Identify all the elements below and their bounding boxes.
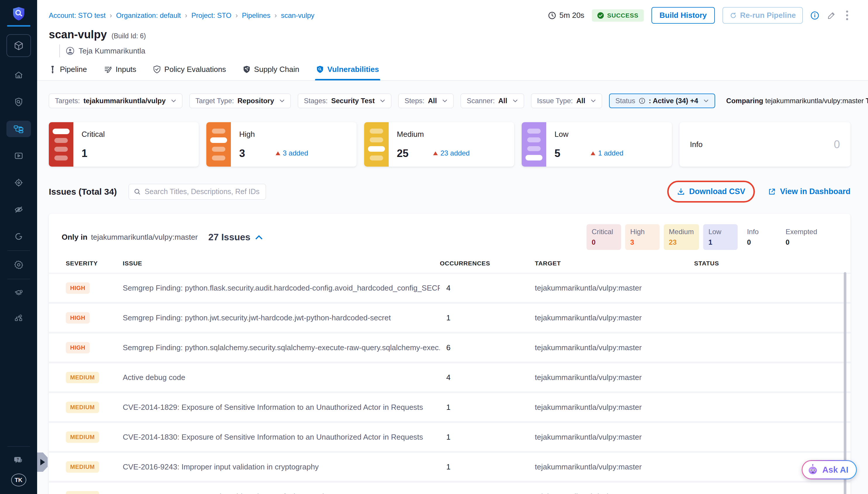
breadcrumb-account[interactable]: Account: STO test [49,12,105,20]
sidebar-item-pipelines[interactable] [6,121,31,137]
clock-icon [548,11,557,20]
user-avatar[interactable]: TK [11,474,26,487]
breadcrumb-current[interactable]: scan-vulpy [281,12,314,20]
rerun-pipeline-button[interactable]: Re-run Pipeline [722,7,803,24]
issues-table-card: Only in tejakummarikuntla/vulpy:master 2… [49,214,850,494]
table-row[interactable]: HIGH Semgrep Finding: python.sqlalchemy.… [49,334,850,363]
card-label: Low [554,130,568,139]
sidebar-item-help[interactable]: ? [6,453,31,469]
card-count: 3 [239,147,245,159]
card-low[interactable]: Low 5 1 added [522,122,672,167]
info-icon[interactable] [810,11,819,20]
target-name: tejakummarikuntla/vulpy:master [535,403,694,412]
issue-title[interactable]: Semgrep Finding: python.sqlalchemy.secur… [123,343,440,352]
added-indicator: 1 added [591,149,623,157]
breadcrumb-pipelines[interactable]: Pipelines [242,12,270,20]
sidebar-item-targets[interactable] [6,174,31,191]
table-row[interactable]: MEDIUM CVE-2014-1829: Exposure of Sensit… [49,393,850,423]
filter-stages[interactable]: Stages:Security Test [298,94,391,108]
edit-pencil-icon[interactable] [827,11,836,20]
sidebar-item-executions[interactable] [6,148,31,164]
sidebar-item-overview[interactable] [6,94,31,110]
tab-vulnerabilities[interactable]: Vulnerabilities [316,65,379,80]
chevron-up-icon[interactable] [255,235,263,240]
refresh-icon [730,12,737,19]
filter-issue-type[interactable]: Issue Type:All [531,94,602,108]
sidebar-nav [0,67,37,245]
group-target: tejakummarikuntla/vulpy:master [91,233,198,242]
tab-inputs[interactable]: Inputs [104,65,136,80]
chevron-down-icon [591,99,596,102]
target-name: tejakummarikuntla/vulpy:master [535,492,694,494]
search-box[interactable] [129,184,266,200]
content-area: Targets:tejakummarikuntla/vulpy Target T… [37,94,868,494]
table-row[interactable]: MEDIUM Active debug code 4 tejakummariku… [49,363,850,393]
sidebar-item-default-settings[interactable] [6,285,31,301]
card-critical[interactable]: Critical 1 [49,122,199,167]
card-label: Critical [81,130,104,139]
col-header-target: TARGET [535,260,694,267]
table-row[interactable]: MEDIUM CVE-2016-9243: Improper input val… [49,453,850,482]
sto-shield-logo-icon[interactable] [12,6,25,21]
breadcrumb-org[interactable]: Organization: default [116,12,180,20]
ai-robot-icon [807,463,819,476]
table-row[interactable]: HIGH Semgrep Finding: python.flask.secur… [49,274,850,304]
page-header: Account: STO test› Organization: default… [37,0,868,81]
issues-total-title: Issues (Total 34) [49,187,117,197]
breadcrumb-project[interactable]: Project: STO [191,12,231,20]
search-input[interactable] [144,187,261,196]
chip-high: High3 [625,224,660,250]
card-medium[interactable]: Medium 25 23 added [364,122,514,167]
user-icon [66,46,75,55]
build-history-button[interactable]: Build History [652,7,715,24]
issue-title[interactable]: CVE-2017-11424: PyJWT vulnerable to key … [123,492,440,494]
occurrences-count: 4 [440,284,535,292]
sidebar-item-home[interactable] [6,67,31,83]
target-name: tejakummarikuntla/vulpy:master [535,373,694,382]
severity-badge: MEDIUM [66,491,99,494]
card-info[interactable]: Info 0 [679,122,850,167]
table-row[interactable]: HIGH Semgrep Finding: python.jwt.securit… [49,304,850,334]
filter-status[interactable]: Status : Active (34) +4 [609,94,715,108]
executions-icon [14,151,23,160]
target-name: tejakummarikuntla/vulpy:master [535,284,694,292]
severity-level-icon [364,122,389,167]
sidebar-item-exemptions[interactable] [6,228,31,245]
tab-policy-evaluations[interactable]: Policy Evaluations [153,65,226,80]
tab-supply-chain[interactable]: Supply Chain [243,65,299,80]
filter-target-type[interactable]: Target Type:Repository [189,94,291,108]
sidebar-item-settings[interactable] [6,256,31,273]
module-switcher-button[interactable] [6,34,31,57]
author-row: Teja Kummarikuntla [59,44,850,57]
issue-title[interactable]: CVE-2014-1829: Exposure of Sensitive Inf… [123,403,440,412]
table-row[interactable]: MEDIUM CVE-2014-1830: Exposure of Sensit… [49,423,850,453]
power-icon [14,232,23,241]
only-in-label: Only in [62,233,88,242]
sidebar-divider [7,250,30,251]
hierarchy-gear-icon [14,314,24,323]
filter-targets[interactable]: Targets:tejakummarikuntla/vulpy [49,94,182,108]
issue-title[interactable]: Semgrep Finding: python.jwt.security.jwt… [123,314,440,322]
filter-steps[interactable]: Steps:All [398,94,454,108]
issue-title[interactable]: Semgrep Finding: python.flask.security.a… [123,284,440,292]
table-row[interactable]: MEDIUM CVE-2017-11424: PyJWT vulnerable … [49,482,850,494]
card-high[interactable]: High 3 3 added [206,122,356,167]
tab-label: Pipeline [60,65,87,74]
download-csv-button[interactable]: Download CSV [677,187,745,196]
more-options-kebab-icon[interactable] [844,10,850,21]
target-name: tejakummarikuntla/vulpy:master [535,462,694,472]
card-count: 5 [554,147,560,159]
issue-title[interactable]: CVE-2016-9243: Improper input validation… [123,462,440,472]
info-circle-icon [639,98,645,104]
sidebar-item-governance[interactable] [6,310,31,326]
card-count: 0 [834,138,840,151]
filter-scanner[interactable]: Scanner:All [461,94,524,108]
issue-title[interactable]: CVE-2014-1830: Exposure of Sensitive Inf… [123,433,440,442]
ask-ai-button[interactable]: Ask AI [802,460,857,479]
view-in-dashboard-button[interactable]: View in Dashboard [768,187,850,196]
comparing-text: Comparing tejakummarikuntla/vulpy:master… [726,97,868,105]
added-indicator: 3 added [276,149,308,157]
sidebar-item-baselines[interactable] [6,202,31,218]
issue-title[interactable]: Active debug code [123,373,440,382]
tab-pipeline[interactable]: Pipeline [49,65,87,80]
